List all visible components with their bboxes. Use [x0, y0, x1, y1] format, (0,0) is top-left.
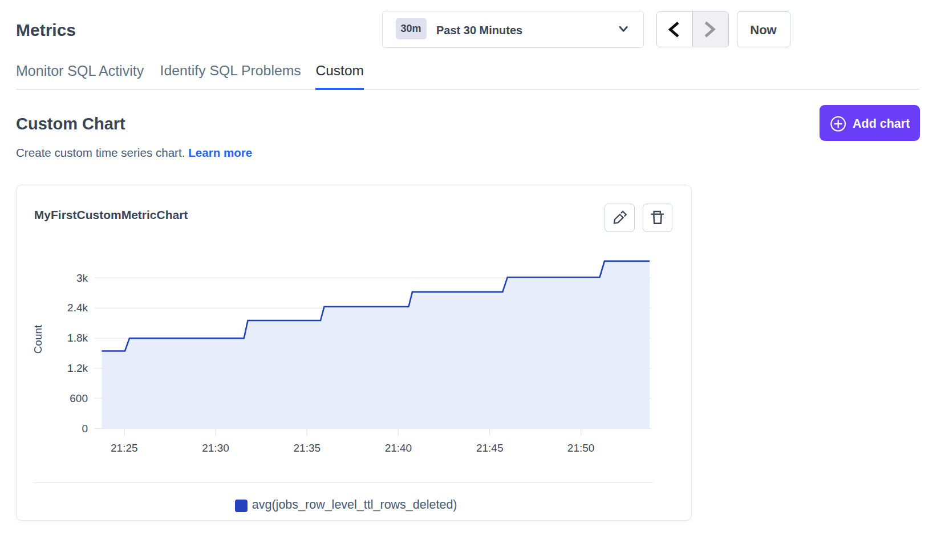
svg-text:21:30: 21:30 [202, 442, 229, 454]
svg-text:21:35: 21:35 [294, 442, 321, 454]
svg-text:21:50: 21:50 [567, 442, 595, 454]
svg-text:21:45: 21:45 [476, 442, 504, 454]
svg-text:3k: 3k [76, 272, 88, 284]
svg-text:21:40: 21:40 [385, 442, 412, 454]
svg-text:2.4k: 2.4k [67, 302, 88, 314]
svg-text:600: 600 [70, 392, 88, 404]
svg-text:0: 0 [82, 423, 88, 435]
svg-text:1.8k: 1.8k [67, 332, 88, 344]
svg-text:Count: Count [32, 324, 44, 354]
svg-text:1.2k: 1.2k [67, 362, 88, 374]
svg-text:21:25: 21:25 [111, 442, 138, 454]
